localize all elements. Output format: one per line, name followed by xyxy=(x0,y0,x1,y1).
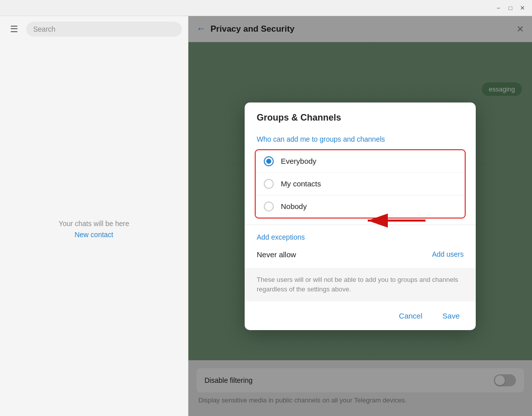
new-contact-link[interactable]: New contact xyxy=(74,231,113,239)
modal-footer: Cancel Save xyxy=(245,301,476,330)
radio-circle-my-contacts xyxy=(264,179,274,189)
add-users-button[interactable]: Add users xyxy=(432,250,464,258)
modal-overlay: Groups & Channels Who can add me to grou… xyxy=(188,16,532,416)
window-chrome: − □ ✕ xyxy=(0,0,532,16)
radio-label-my-contacts: My contacts xyxy=(281,179,321,188)
never-allow-label: Never allow xyxy=(257,250,296,259)
search-bar[interactable]: Search xyxy=(26,22,182,37)
who-can-add-label: Who can add me to groups and channels xyxy=(245,131,476,149)
radio-circle-everybody xyxy=(264,156,274,166)
modal-header: Groups & Channels xyxy=(245,102,476,131)
info-box: These users will or will not be able to … xyxy=(245,268,476,301)
cancel-button[interactable]: Cancel xyxy=(395,309,427,322)
groups-channels-modal: Groups & Channels Who can add me to grou… xyxy=(245,102,476,330)
save-button[interactable]: Save xyxy=(439,309,464,322)
sidebar: ☰ Search Your chats will be here New con… xyxy=(0,16,188,416)
window-close-button[interactable]: ✕ xyxy=(517,3,528,14)
minimize-button[interactable]: − xyxy=(493,3,504,14)
sidebar-empty: Your chats will be here New contact xyxy=(0,42,188,416)
app-background: ☰ Search Your chats will be here New con… xyxy=(0,16,532,416)
radio-everybody[interactable]: Everybody xyxy=(256,150,465,172)
radio-circle-nobody xyxy=(264,201,274,212)
radio-inner-everybody xyxy=(266,159,271,164)
radio-label-everybody: Everybody xyxy=(281,157,316,165)
maximize-button[interactable]: □ xyxy=(505,3,516,14)
never-allow-row: Never allow Add users xyxy=(257,246,464,263)
radio-my-contacts[interactable]: My contacts xyxy=(256,172,465,195)
radio-label-nobody: Nobody xyxy=(281,202,307,211)
red-arrow xyxy=(360,205,431,236)
sidebar-header: ☰ Search xyxy=(0,16,188,42)
hamburger-icon[interactable]: ☰ xyxy=(6,21,22,37)
modal-title: Groups & Channels xyxy=(257,113,464,123)
empty-chats-text: Your chats will be here xyxy=(59,220,129,228)
